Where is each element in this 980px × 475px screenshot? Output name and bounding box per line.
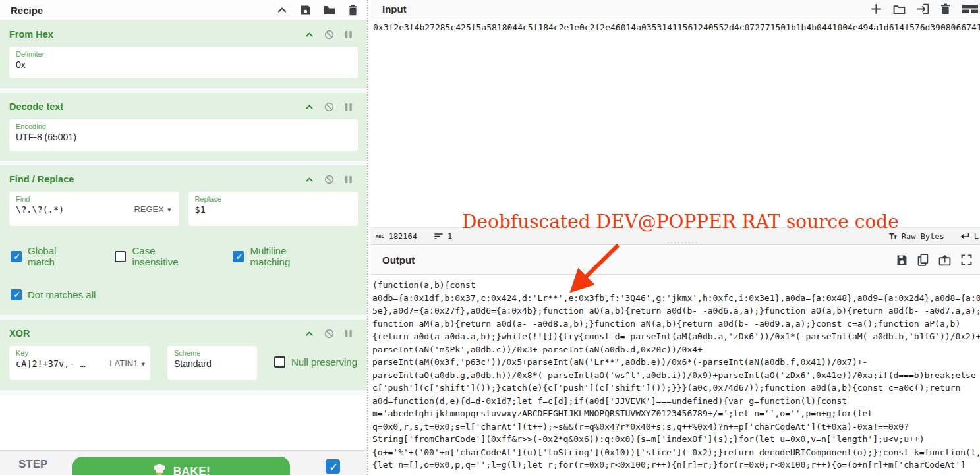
- null-preserving-checkbox[interactable]: Null preserving: [274, 356, 357, 368]
- field-value[interactable]: Standard: [174, 358, 250, 369]
- disable-operation-icon[interactable]: [324, 102, 334, 112]
- field-label: Delimiter: [16, 50, 351, 58]
- chef-hat-icon: [152, 464, 167, 475]
- breakpoint-pause-icon[interactable]: [345, 103, 353, 111]
- global-match-checkbox[interactable]: Global match: [11, 245, 84, 267]
- clear-input-trash-icon[interactable]: [940, 3, 950, 14]
- add-input-tab-icon[interactable]: [871, 3, 882, 14]
- field-label: Replace: [195, 195, 352, 203]
- input-header: Input: [370, 0, 980, 18]
- replace-input-with-output-icon[interactable]: [938, 254, 951, 266]
- open-folder-icon[interactable]: [324, 5, 335, 15]
- disable-operation-icon[interactable]: [324, 329, 334, 339]
- clear-recipe-trash-icon[interactable]: [348, 5, 358, 16]
- checkbox-label: Dot matches all: [28, 289, 96, 300]
- multiline-matching-checkbox[interactable]: Multiline matching: [233, 245, 328, 267]
- line-ending-value[interactable]: L: [974, 232, 979, 241]
- disable-operation-icon[interactable]: [324, 175, 334, 184]
- collapse-operation-icon[interactable]: [305, 30, 314, 39]
- find-field[interactable]: Find \?.\?(.*) REGEX: [9, 192, 179, 226]
- breakpoint-pause-icon[interactable]: [345, 175, 353, 184]
- input-title: Input: [382, 3, 407, 14]
- checkbox-box[interactable]: [233, 251, 244, 262]
- character-count-icon: ABC: [376, 234, 384, 239]
- disable-operation-icon[interactable]: [324, 30, 334, 40]
- step-button[interactable]: STEP: [18, 458, 47, 471]
- bake-button[interactable]: BAKE!: [72, 457, 290, 475]
- field-label: Encoding: [16, 123, 351, 130]
- collapse-operation-icon[interactable]: [305, 329, 314, 338]
- field-label: Find: [16, 195, 173, 203]
- breakpoint-pause-icon[interactable]: [345, 30, 353, 39]
- bake-button-label: BAKE!: [173, 465, 210, 475]
- checkbox-box[interactable]: [115, 251, 126, 262]
- collapse-recipe-icon[interactable]: [277, 5, 287, 15]
- recipe-controls: STEP BAKE!: [0, 450, 367, 475]
- recipe-title: Recipe: [11, 5, 43, 16]
- output-text: (function(a,b){const a0db={a:0x1df,b:0x3…: [370, 275, 980, 472]
- recipe-panel: Recipe From Hex: [0, 0, 367, 475]
- panel-resize-handle-horizontal[interactable]: ·········: [664, 240, 701, 246]
- field-value[interactable]: $1: [195, 204, 352, 215]
- character-encoding-icon[interactable]: Tr: [889, 231, 897, 241]
- field-value[interactable]: UTF-8 (65001): [16, 132, 351, 142]
- cyberchef-app: Recipe From Hex: [0, 0, 980, 475]
- copy-output-icon[interactable]: [917, 254, 929, 266]
- dot-matches-all-checkbox[interactable]: Dot matches all: [11, 289, 96, 300]
- recipe-header: Recipe: [0, 0, 367, 20]
- character-encoding-value[interactable]: Raw Bytes: [902, 232, 944, 241]
- checkbox-box[interactable]: [11, 251, 22, 262]
- operation-title: From Hex: [9, 29, 53, 40]
- case-insensitive-checkbox[interactable]: Case insensitive: [115, 245, 202, 267]
- auto-bake-checkbox[interactable]: [326, 459, 340, 474]
- field-value[interactable]: 0x: [16, 59, 351, 70]
- checkbox-label: Multiline matching: [250, 245, 328, 267]
- field-label: Key: [16, 349, 144, 357]
- checkbox-label: Global match: [28, 245, 84, 267]
- breakpoint-pause-icon[interactable]: [345, 329, 353, 338]
- operation-title: Find / Replace: [9, 174, 74, 184]
- input-tabs-layout-icon[interactable]: [962, 3, 979, 14]
- checkbox-label: Case insensitive: [132, 245, 202, 267]
- xor-scheme-field[interactable]: Scheme Standard: [167, 346, 257, 380]
- line-ending-return-icon[interactable]: [960, 233, 969, 240]
- operation-list: From Hex Delimiter 0x Decode text: [0, 20, 367, 450]
- checkbox-box[interactable]: [274, 356, 285, 368]
- recipe-empty-area: [0, 395, 367, 450]
- input-textarea[interactable]: 0x3f2e3f4b27285c425f5a5818044c5f184c2e1e…: [370, 18, 980, 227]
- operation-find-replace[interactable]: Find / Replace Find \?.\?(.*) REGEX Repl: [0, 165, 367, 315]
- output-panel: Output (function(a,b){const a0db={a:0x1d…: [370, 246, 980, 475]
- output-header: Output: [370, 246, 980, 275]
- checkbox-box[interactable]: [11, 289, 22, 300]
- operation-from-hex[interactable]: From Hex Delimiter 0x: [0, 20, 367, 88]
- line-count: 1: [447, 232, 452, 241]
- character-count: 182164: [389, 232, 417, 241]
- field-label: Scheme: [174, 349, 250, 357]
- open-folder-icon[interactable]: [893, 4, 906, 14]
- output-title: Output: [382, 254, 415, 265]
- collapse-operation-icon[interactable]: [305, 103, 314, 111]
- checkbox-label: Null preserving: [291, 356, 357, 368]
- collapse-operation-icon[interactable]: [305, 175, 314, 184]
- operation-xor[interactable]: XOR Key cA]2!+37v,- … LATIN1 Scheme: [0, 320, 367, 390]
- delimiter-field[interactable]: Delimiter 0x: [9, 47, 358, 78]
- key-encoding-dropdown[interactable]: LATIN1: [109, 358, 145, 368]
- xor-key-field[interactable]: Key cA]2!+37v,- … LATIN1: [9, 346, 150, 380]
- open-input-icon[interactable]: [917, 3, 929, 14]
- operation-title: XOR: [9, 328, 30, 339]
- operation-decode-text[interactable]: Decode text Encoding UTF-8 (65001): [0, 93, 367, 161]
- save-output-icon[interactable]: [896, 254, 908, 266]
- regex-type-dropdown[interactable]: REGEX: [134, 204, 171, 214]
- operation-title: Decode text: [9, 101, 63, 112]
- line-count-icon: [434, 233, 443, 240]
- maximize-output-icon[interactable]: [961, 254, 972, 265]
- save-recipe-icon[interactable]: [300, 5, 311, 16]
- io-panels: Input 0x3f2e3f4b27285c425f5a5818044c5f18…: [370, 0, 980, 475]
- replace-field[interactable]: Replace $1: [188, 192, 359, 226]
- encoding-field[interactable]: Encoding UTF-8 (65001): [9, 119, 358, 151]
